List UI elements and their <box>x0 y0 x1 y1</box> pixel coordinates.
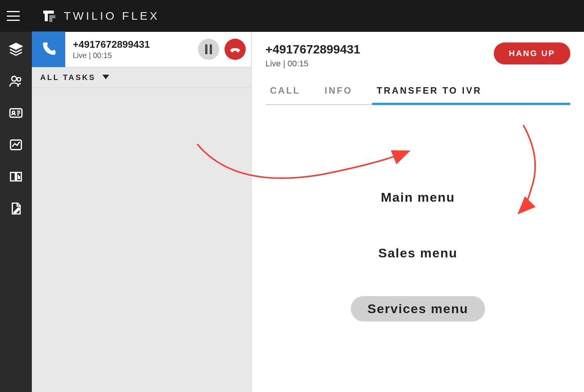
svg-rect-12 <box>205 44 207 54</box>
nav-chart-icon[interactable] <box>8 136 24 153</box>
menu-icon[interactable] <box>7 11 20 21</box>
task-status-line: Live | 00:15 <box>73 51 198 60</box>
hangup-icon <box>228 42 243 57</box>
svg-rect-13 <box>210 44 212 54</box>
ivr-option-sales-menu[interactable]: Sales menu <box>362 240 474 266</box>
tabs: CALL INFO TRANSFER TO IVR <box>265 85 570 105</box>
detail-status-line: Live | 00:15 <box>265 59 360 69</box>
topbar: TWILIO FLEX <box>0 0 584 32</box>
ivr-option-main-menu[interactable]: Main menu <box>364 185 472 210</box>
side-nav <box>0 32 32 392</box>
tab-info[interactable]: INFO <box>320 85 357 104</box>
ivr-options-list: Main menu Sales menu Services menu <box>265 185 570 321</box>
nav-panels-icon[interactable] <box>8 168 24 185</box>
app-logo: TWILIO FLEX <box>42 9 160 23</box>
task-phone-number: +4917672899431 <box>73 39 198 50</box>
app-title: TWILIO FLEX <box>64 9 160 22</box>
task-card[interactable]: +4917672899431 Live | 00:15 <box>32 32 251 67</box>
nav-edit-doc-icon[interactable] <box>8 200 24 217</box>
tasks-column: +4917672899431 Live | 00:15 ALL TASKS <box>32 32 252 392</box>
nav-layers-icon[interactable] <box>8 41 24 58</box>
tasks-filter-dropdown[interactable]: ALL TASKS <box>32 67 251 88</box>
tasks-filter-label: ALL TASKS <box>40 73 96 82</box>
nav-id-card-icon[interactable] <box>8 105 24 121</box>
tab-transfer-to-ivr[interactable]: TRANSFER TO IVR <box>372 85 570 105</box>
twilio-logo-icon <box>42 9 56 23</box>
hangup-icon-button[interactable] <box>224 39 246 60</box>
task-info: +4917672899431 Live | 00:15 <box>65 39 198 60</box>
ivr-option-services-menu[interactable]: Services menu <box>351 296 485 321</box>
tab-call[interactable]: CALL <box>265 85 305 104</box>
hangup-button[interactable]: HANG UP <box>494 42 570 64</box>
svg-point-3 <box>13 111 15 113</box>
svg-rect-8 <box>11 172 16 181</box>
svg-point-1 <box>17 78 21 82</box>
detail-phone-number: +4917672899431 <box>265 42 360 56</box>
chevron-down-icon <box>102 74 109 81</box>
pause-icon <box>204 44 213 54</box>
pause-button[interactable] <box>198 39 219 60</box>
phone-icon <box>32 31 65 67</box>
detail-panel: +4917672899431 Live | 00:15 HANG UP CALL… <box>252 32 584 392</box>
svg-point-0 <box>12 76 17 81</box>
nav-people-icon[interactable] <box>8 73 24 89</box>
